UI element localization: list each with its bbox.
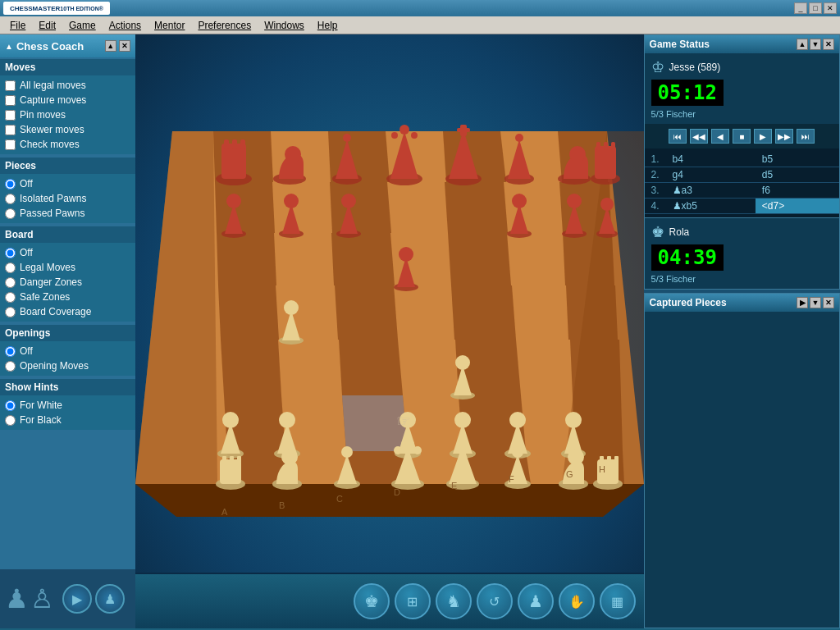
knight-button[interactable]: ♞	[436, 583, 472, 619]
menu-actions[interactable]: Actions	[103, 18, 148, 33]
for-white-radio[interactable]	[5, 400, 16, 411]
checkbox-capture-moves[interactable]: Capture moves	[5, 93, 130, 107]
menu-edit[interactable]: Edit	[32, 18, 62, 33]
all-legal-moves-checkbox[interactable]	[5, 80, 16, 91]
menu-help[interactable]: Help	[311, 18, 345, 33]
board-section: Board Off Legal Moves Danger Zones Safe …	[0, 226, 135, 322]
menu-game[interactable]: Game	[62, 18, 103, 33]
captured-pieces-controls[interactable]: ▶ ▼ ✕	[797, 297, 834, 308]
menu-file[interactable]: File	[3, 18, 32, 33]
move-row-3[interactable]: 3. ♟a3 f6	[645, 183, 839, 199]
danger-zones-radio[interactable]	[5, 277, 16, 288]
radio-pieces-off[interactable]: Off	[5, 176, 130, 191]
maximize-window-button[interactable]: □	[809, 2, 822, 14]
radio-passed-pawns[interactable]: Passed Pawns	[5, 206, 130, 221]
player1-rating: 5/3 Fischer	[651, 109, 833, 119]
opening-moves-radio[interactable]	[5, 361, 16, 372]
coach-close-button[interactable]: ✕	[119, 40, 130, 52]
nav-prev-button[interactable]: ◀	[711, 129, 729, 144]
captured-close-button[interactable]: ✕	[823, 297, 834, 308]
radio-board-coverage[interactable]: Board Coverage	[5, 304, 130, 319]
move-black-2[interactable]: d5	[756, 167, 839, 183]
nav-prev-fast-button[interactable]: ◀◀	[690, 129, 708, 144]
nav-next-fast-button[interactable]: ▶▶	[775, 129, 793, 144]
chess-board-svg[interactable]: ☞ A B C D E F G H	[135, 57, 644, 550]
radio-for-black[interactable]: For Black	[5, 413, 130, 427]
menu-mentor[interactable]: Mentor	[148, 18, 191, 33]
analysis-button[interactable]: ↺	[477, 583, 513, 619]
coach-minimize-button[interactable]: ▲	[105, 40, 116, 52]
move-white-4[interactable]: ♟xb5	[666, 199, 756, 214]
checkbox-all-legal-moves[interactable]: All legal moves	[5, 78, 130, 93]
hand-button[interactable]: ✋	[559, 583, 595, 619]
captured-minimize-button[interactable]: ▼	[810, 297, 821, 308]
nav-first-button[interactable]: ⏮	[669, 129, 687, 144]
radio-safe-zones[interactable]: Safe Zones	[5, 290, 130, 304]
move-black-4[interactable]: <d7>	[756, 199, 839, 214]
game-status-controls[interactable]: ▲ ▼ ✕	[797, 39, 834, 50]
title-bar: CHESSMASTER 10TH EDITION® _ □ ✕	[0, 0, 840, 16]
game-status-close-button[interactable]: ✕	[823, 39, 834, 50]
svg-point-100	[401, 438, 414, 451]
move-white-3[interactable]: ♟a3	[666, 183, 756, 199]
play-button[interactable]: ▶	[62, 584, 92, 614]
check-moves-checkbox[interactable]	[5, 139, 16, 150]
nav-stop-button[interactable]: ■	[733, 129, 751, 144]
menu-preferences[interactable]: Preferences	[191, 18, 258, 33]
pieces-off-radio[interactable]	[5, 179, 16, 189]
board-off-radio[interactable]	[5, 248, 16, 258]
isolated-pawns-radio[interactable]	[5, 194, 16, 204]
move-white-2[interactable]: g4	[666, 167, 756, 183]
capture-moves-checkbox[interactable]	[5, 95, 16, 106]
radio-board-off[interactable]: Off	[5, 245, 130, 260]
nav-controls[interactable]: ⏮ ◀◀ ◀ ■ ▶ ▶▶ ⏭	[645, 124, 839, 148]
menu-windows[interactable]: Windows	[258, 18, 311, 33]
svg-point-52	[515, 134, 523, 142]
grid-button[interactable]: ▦	[600, 583, 636, 619]
pin-moves-checkbox[interactable]	[5, 110, 16, 121]
minimize-window-button[interactable]: _	[794, 2, 807, 14]
for-black-radio[interactable]	[5, 415, 16, 426]
move-black-1[interactable]: b5	[756, 152, 839, 167]
radio-for-white[interactable]: For White	[5, 398, 130, 413]
radio-opening-moves[interactable]: Opening Moves	[5, 358, 130, 373]
svg-marker-25	[570, 340, 621, 395]
board-container[interactable]: ☞ A B C D E F G H	[135, 34, 644, 573]
play-control-buttons[interactable]: ▶ ♟	[62, 584, 125, 614]
move-row-2[interactable]: 2. g4 d5	[645, 167, 839, 183]
radio-openings-off[interactable]: Off	[5, 344, 130, 358]
checkbox-pin-moves[interactable]: Pin moves	[5, 107, 130, 122]
board-view-button[interactable]: ⊞	[395, 583, 431, 619]
bottom-panel-left: ♟ ♙ ▶ ♟	[0, 569, 135, 628]
checkbox-check-moves[interactable]: Check moves	[5, 137, 130, 152]
svg-rect-114	[614, 456, 619, 463]
move-row-1[interactable]: 1. b4 b5	[645, 152, 839, 167]
move-white-1[interactable]: b4	[666, 152, 756, 167]
board-coverage-radio[interactable]	[5, 307, 16, 317]
close-window-button[interactable]: ✕	[824, 2, 837, 14]
safe-zones-radio[interactable]	[5, 292, 16, 303]
radio-legal-moves[interactable]: Legal Moves	[5, 260, 130, 275]
king-button[interactable]: ♚	[354, 583, 390, 619]
checkbox-skewer-moves[interactable]: Skewer moves	[5, 122, 130, 137]
player2-time: 04:39	[651, 244, 724, 271]
move-row-4[interactable]: 4. ♟xb5 <d7>	[645, 199, 839, 214]
skewer-moves-checkbox[interactable]	[5, 125, 16, 135]
svg-point-73	[600, 198, 614, 211]
captured-pin-button[interactable]: ▶	[797, 297, 808, 308]
legal-moves-radio[interactable]	[5, 262, 16, 273]
radio-isolated-pawns[interactable]: Isolated Pawns	[5, 191, 130, 206]
nav-next-button[interactable]: ▶	[754, 129, 772, 144]
move-black-3[interactable]: f6	[756, 183, 839, 199]
game-status-pin-button[interactable]: ▲	[797, 39, 808, 50]
passed-pawns-radio[interactable]	[5, 208, 16, 219]
coach-controls[interactable]: ▲ ✕	[105, 40, 130, 52]
nav-last-button[interactable]: ⏭	[797, 129, 815, 144]
radio-danger-zones[interactable]: Danger Zones	[5, 275, 130, 290]
hint-button[interactable]: ♟	[95, 584, 125, 614]
openings-off-radio[interactable]	[5, 346, 16, 357]
game-status-minimize-button[interactable]: ▼	[810, 39, 821, 50]
svg-point-96	[281, 449, 298, 465]
window-controls[interactable]: _ □ ✕	[794, 2, 837, 14]
moves-button[interactable]: ♟	[518, 583, 554, 619]
